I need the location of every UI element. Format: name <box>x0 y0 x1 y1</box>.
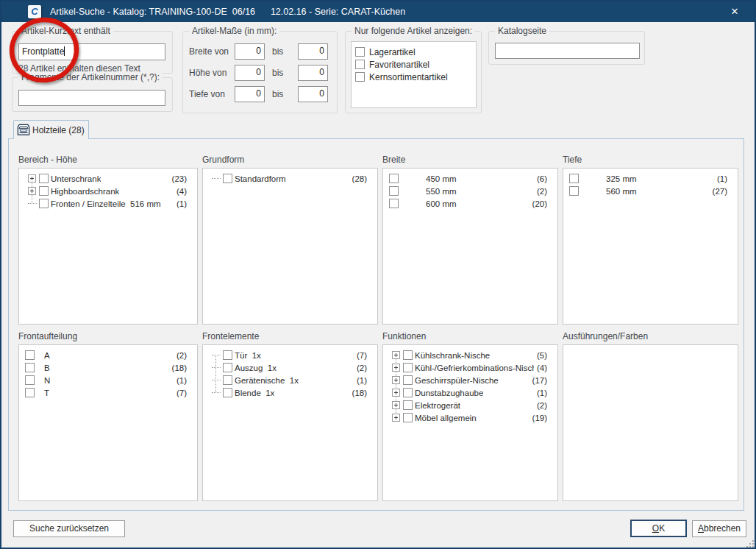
filter-panel-funktionen: FunktionenKühlschrank-Nische(5)Kühl-/Gef… <box>382 331 558 501</box>
item-count: (1) <box>174 199 187 208</box>
list-item[interactable]: 550 mm(2) <box>383 185 557 197</box>
list-item[interactable]: Unterschrank(23) <box>19 172 197 185</box>
checkbox[interactable] <box>39 186 49 196</box>
cancel-button[interactable]: Abbrechen <box>692 520 746 537</box>
list-item[interactable]: 600 mm(20) <box>383 197 557 210</box>
panel-title: Tiefe <box>563 155 738 168</box>
list-item[interactable]: T(7) <box>19 386 197 399</box>
window-title: Artikel-Suche - Katalog: TRAINING-100-DE… <box>50 7 405 17</box>
cabinet-icon <box>17 124 30 136</box>
filter-option[interactable]: Lagerartikel <box>352 46 476 58</box>
list-item[interactable]: Standardform(28) <box>203 172 377 185</box>
list-item[interactable]: 325 mm(1) <box>563 172 738 185</box>
list-item[interactable]: Elektrogerät(2) <box>383 399 557 411</box>
ok-button[interactable]: OK <box>630 520 687 537</box>
kurztext-input[interactable]: Frontplatte <box>18 43 165 60</box>
list-item[interactable]: Highboardschrank(4) <box>19 185 197 197</box>
checkbox[interactable] <box>25 375 35 385</box>
item-count: (7) <box>354 351 367 360</box>
item-count: (1) <box>534 389 547 397</box>
item-count: (2) <box>534 187 547 196</box>
checkbox[interactable] <box>389 186 399 196</box>
checkbox[interactable] <box>25 388 35 397</box>
checkbox[interactable] <box>355 60 365 69</box>
tree-stub <box>212 174 220 183</box>
reset-search-button[interactable]: Suche zurücksetzen <box>13 520 125 537</box>
masse-group-label: Artikel-Maße (in mm): <box>189 26 279 36</box>
list-item[interactable]: Gerätenische 1x(1) <box>203 374 377 386</box>
fragment-input[interactable] <box>18 90 165 106</box>
panel-list: A(2)B(18)N(1)T(7) <box>18 344 198 501</box>
masse-to-input[interactable]: 0 <box>298 43 328 60</box>
checkbox[interactable] <box>223 375 232 385</box>
checkbox[interactable] <box>25 350 35 360</box>
expand-icon[interactable] <box>28 187 36 195</box>
item-label: Möbel allgemein <box>415 414 477 422</box>
title-bar[interactable]: C Artikel-Suche - Katalog: TRAINING-100-… <box>1 1 755 22</box>
filter-option[interactable]: Favoritenartikel <box>352 58 476 71</box>
expand-icon[interactable] <box>392 364 400 372</box>
katalogseite-input[interactable] <box>495 43 640 59</box>
masse-from-input[interactable]: 0 <box>235 43 265 60</box>
list-item[interactable]: Kühlschrank-Nische(5) <box>383 349 557 361</box>
panel-title: Bereich - Höhe <box>18 155 198 168</box>
item-count: (28) <box>349 174 367 183</box>
checkbox[interactable] <box>389 199 399 208</box>
masse-to-input[interactable]: 0 <box>298 86 328 102</box>
list-item[interactable]: Auszug 1x(2) <box>203 361 377 374</box>
checkbox[interactable] <box>403 400 413 410</box>
app-icon: C <box>28 5 41 18</box>
checkbox[interactable] <box>355 47 365 57</box>
item-count: (7) <box>174 389 187 397</box>
checkbox[interactable] <box>403 350 413 360</box>
list-item[interactable]: 450 mm(6) <box>383 172 557 185</box>
expand-icon[interactable] <box>28 174 36 183</box>
expand-icon[interactable] <box>392 376 400 384</box>
checkbox[interactable] <box>403 363 413 372</box>
expand-icon[interactable] <box>392 414 400 422</box>
list-item[interactable]: Kühl-/Gefrierkombinations-Nische(4) <box>383 361 557 374</box>
checkbox[interactable] <box>403 388 413 397</box>
checkbox[interactable] <box>223 350 232 360</box>
checkbox[interactable] <box>25 363 35 372</box>
list-item[interactable]: Blende 1x(18) <box>203 386 377 399</box>
masse-from-input[interactable]: 0 <box>235 86 265 102</box>
list-item[interactable]: B(18) <box>19 361 197 374</box>
resize-grip[interactable] <box>746 540 748 542</box>
checkbox[interactable] <box>403 375 413 385</box>
masse-row: Breite von0bis0 <box>183 43 337 60</box>
item-label: B <box>44 364 50 372</box>
checkbox[interactable] <box>569 174 579 183</box>
expand-icon[interactable] <box>392 351 400 359</box>
checkbox[interactable] <box>39 199 49 208</box>
list-item[interactable]: Möbel allgemein(19) <box>383 411 557 424</box>
item-label: 550 mm <box>426 187 457 196</box>
masse-from-input[interactable]: 0 <box>235 65 265 81</box>
list-item[interactable]: N(1) <box>19 374 197 386</box>
checkbox[interactable] <box>223 174 232 183</box>
item-count: (23) <box>169 174 187 183</box>
masse-bis-label: bis <box>272 89 283 99</box>
masse-row-label: Höhe von <box>189 68 227 78</box>
checkbox[interactable] <box>39 174 49 183</box>
close-icon[interactable]: ✕ <box>728 5 741 18</box>
list-item[interactable]: Dunstabzughaube(1) <box>383 386 557 399</box>
checkbox[interactable] <box>223 363 232 372</box>
item-count: (4) <box>534 364 547 372</box>
tab-holzteile[interactable]: Holzteile (28) <box>13 120 89 139</box>
list-item[interactable]: A(2) <box>19 349 197 361</box>
checkbox[interactable] <box>569 186 579 196</box>
list-item[interactable]: Tür 1x(7) <box>203 349 377 361</box>
list-item[interactable]: Geschirrspüler-Nische(17) <box>383 374 557 386</box>
filter-option[interactable]: Kernsortimentartikel <box>352 71 476 83</box>
checkbox[interactable] <box>355 72 365 82</box>
list-item[interactable]: Fronten / Einzelteile 516 mm(1) <box>19 197 197 210</box>
checkbox[interactable] <box>403 413 413 422</box>
anzeigen-list: LagerartikelFavoritenartikelKernsortimen… <box>351 41 477 108</box>
list-item[interactable]: 560 mm(27) <box>563 185 738 197</box>
checkbox[interactable] <box>223 388 232 397</box>
checkbox[interactable] <box>389 174 399 183</box>
expand-icon[interactable] <box>392 389 400 397</box>
masse-to-input[interactable]: 0 <box>298 65 328 81</box>
expand-icon[interactable] <box>392 401 400 409</box>
